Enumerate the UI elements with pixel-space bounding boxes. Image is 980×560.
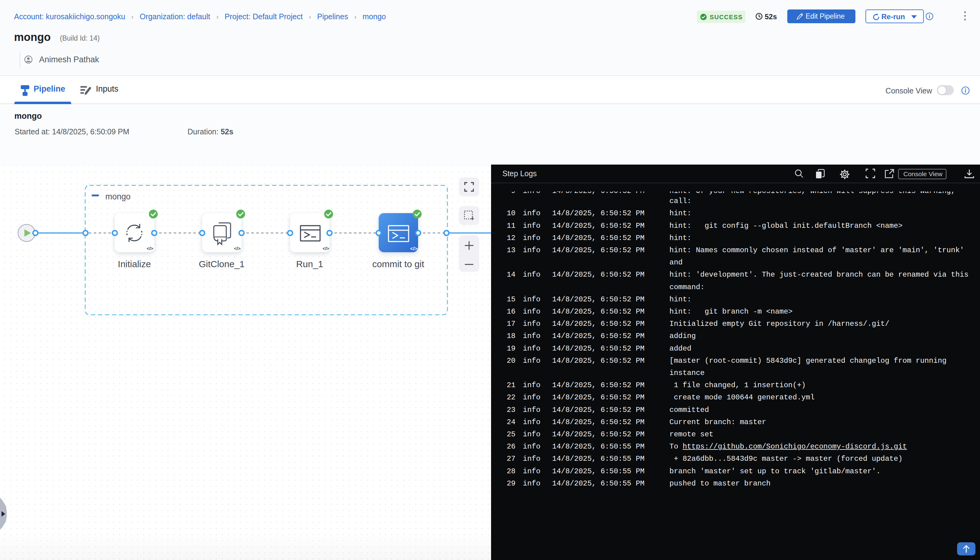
svg-text:</>: </> — [322, 246, 329, 251]
svg-text:</>: </> — [410, 246, 418, 252]
svg-text:Run_1: Run_1 — [296, 259, 323, 269]
svg-text:</>: </> — [234, 246, 241, 251]
svg-text:GitClone_1: GitClone_1 — [199, 259, 245, 269]
svg-text:</>: </> — [147, 246, 153, 251]
svg-text:Initialize: Initialize — [118, 259, 151, 269]
svg-text:mongo: mongo — [105, 192, 131, 201]
svg-text:commit to git: commit to git — [372, 259, 425, 269]
